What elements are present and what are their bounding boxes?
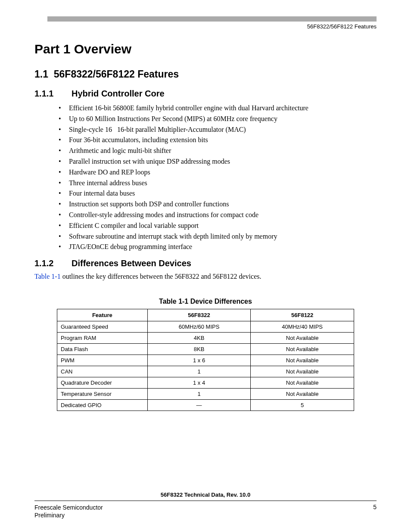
table-cell: — bbox=[147, 400, 251, 411]
footer-company: Freescale Semiconductor bbox=[34, 504, 103, 511]
list-item: Efficient 16-bit 56800E family hybrid co… bbox=[59, 103, 377, 114]
table-row: Guaranteed Speed60MHz/60 MIPS40MHz/40 MI… bbox=[57, 321, 354, 333]
subsection-1-number: 1.1.1 bbox=[34, 89, 72, 99]
table-cell: Not Available bbox=[251, 355, 354, 366]
table-cell: 1 x 6 bbox=[147, 355, 251, 366]
footer-left: Freescale Semiconductor Preliminary bbox=[34, 504, 103, 519]
list-item: Controller-style addressing modes and in… bbox=[59, 210, 377, 221]
list-item: Single-cycle 16 16-bit parallel Multipli… bbox=[59, 124, 377, 135]
header-decorative-bar bbox=[47, 16, 377, 22]
para-text: outlines the key differences between the… bbox=[61, 273, 262, 280]
footer-doc-id: 56F8322 Technical Data, Rev. 10.0 bbox=[34, 492, 377, 498]
table-cell: 40MHz/40 MIPS bbox=[251, 321, 354, 333]
table-cell: 8KB bbox=[147, 344, 251, 355]
list-item: JTAG/EOnCE debug programming interface bbox=[59, 242, 377, 252]
subsection-1-title: 1.1.1Hybrid Controller Core bbox=[34, 89, 377, 99]
table-cell: 1 bbox=[147, 389, 251, 400]
footer-rule bbox=[34, 501, 377, 501]
table-header-row: Feature 56F8322 56F8122 bbox=[57, 309, 354, 321]
table-row: PWM1 x 6Not Available bbox=[57, 355, 354, 366]
table-caption: Table 1-1 Device Differences bbox=[34, 298, 377, 305]
table-cell: Not Available bbox=[251, 366, 354, 377]
page-footer: 56F8322 Technical Data, Rev. 10.0 Freesc… bbox=[34, 492, 377, 519]
table-row: Program RAM4KBNot Available bbox=[57, 333, 354, 344]
table-row: Data Flash8KBNot Available bbox=[57, 344, 354, 355]
subsection-2-number: 1.1.2 bbox=[34, 258, 72, 268]
table-header: 56F8122 bbox=[251, 309, 354, 321]
table-row: Quadrature Decoder1 x 4Not Available bbox=[57, 377, 354, 389]
table-row: Temperature Sensor1Not Available bbox=[57, 389, 354, 400]
table-cell: Program RAM bbox=[57, 333, 148, 344]
table-cell: Quadrature Decoder bbox=[57, 377, 148, 389]
table-cell: Not Available bbox=[251, 377, 354, 389]
table-cell: 1 bbox=[147, 366, 251, 377]
table-cell: 1 x 4 bbox=[147, 377, 251, 389]
table-cell: Not Available bbox=[251, 344, 354, 355]
subsection-2-title: 1.1.2Differences Between Devices bbox=[34, 258, 377, 268]
table-cell: Guaranteed Speed bbox=[57, 321, 148, 333]
table-cell: Not Available bbox=[251, 333, 354, 344]
table-cell: 60MHz/60 MIPS bbox=[147, 321, 251, 333]
table-cell: 5 bbox=[251, 400, 354, 411]
list-item: Four 36-bit accumulators, including exte… bbox=[59, 135, 377, 146]
section-number: 1.1 bbox=[34, 68, 48, 80]
footer-status: Preliminary bbox=[34, 511, 103, 519]
table-cell: Temperature Sensor bbox=[57, 389, 148, 400]
table-cell: Not Available bbox=[251, 389, 354, 400]
table-cell: PWM bbox=[57, 355, 148, 366]
list-item: Instruction set supports both DSP and co… bbox=[59, 199, 377, 210]
table-cell: Data Flash bbox=[57, 344, 148, 355]
table-row: CAN1Not Available bbox=[57, 366, 354, 377]
list-item: Software subroutine and interrupt stack … bbox=[59, 231, 377, 242]
table-cell: 4KB bbox=[147, 333, 251, 344]
table-link[interactable]: Table 1-1 bbox=[34, 273, 61, 280]
running-header: 56F8322/56F8122 Features bbox=[34, 23, 377, 30]
section-text: 56F8322/56F8122 Features bbox=[54, 68, 179, 80]
section-title: 1.1 56F8322/56F8122 Features bbox=[34, 68, 377, 80]
subsection-2-text: Differences Between Devices bbox=[72, 258, 191, 268]
list-item: Arithmetic and logic multi-bit shifter bbox=[59, 146, 377, 156]
table-header: Feature bbox=[57, 309, 148, 321]
device-differences-table: Feature 56F8322 56F8122 Guaranteed Speed… bbox=[57, 309, 354, 411]
table-cell: Dedicated GPIO bbox=[57, 400, 148, 411]
table-cell: CAN bbox=[57, 366, 148, 377]
table-header: 56F8322 bbox=[147, 309, 251, 321]
differences-paragraph: Table 1-1 outlines the key differences b… bbox=[34, 273, 377, 280]
footer-page-number: 5 bbox=[373, 504, 377, 519]
subsection-1-text: Hybrid Controller Core bbox=[72, 89, 165, 98]
list-item: Efficient C compiler and local variable … bbox=[59, 221, 377, 231]
list-item: Hardware DO and REP loops bbox=[59, 167, 377, 178]
list-item: Three internal address buses bbox=[59, 178, 377, 189]
list-item: Up to 60 Million Instructions Per Second… bbox=[59, 114, 377, 124]
table-row: Dedicated GPIO—5 bbox=[57, 400, 354, 411]
part-title: Part 1 Overview bbox=[34, 42, 377, 56]
feature-bullet-list: Efficient 16-bit 56800E family hybrid co… bbox=[59, 103, 377, 252]
list-item: Four internal data buses bbox=[59, 188, 377, 199]
list-item: Parallel instruction set with unique DSP… bbox=[59, 156, 377, 167]
